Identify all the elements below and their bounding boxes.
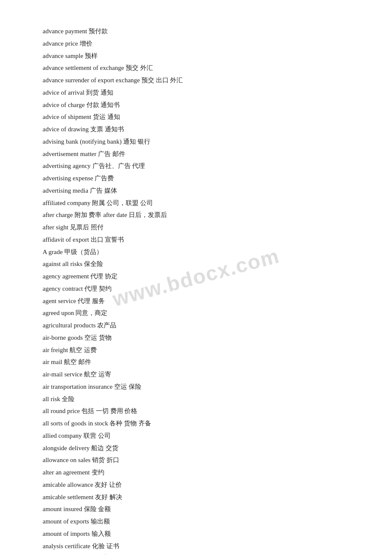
list-item: A grade 甲级（货品） [43, 246, 349, 258]
list-item: advance payment 预付款 [43, 26, 349, 38]
list-item: advance price 增价 [43, 38, 349, 50]
list-item: advice of shipment 货运 通知 [43, 111, 349, 123]
list-item: alongside delivery 船边 交货 [43, 442, 349, 454]
list-item: advertising expense 广告费 [43, 173, 349, 185]
list-item: after sight 见票后 照付 [43, 222, 349, 234]
list-item: air mail 航空 邮件 [43, 356, 349, 368]
list-item: all round price 包括 一切 费用 价格 [43, 405, 349, 417]
list-item: advising bank (notifying bank) 通知 银行 [43, 136, 349, 148]
list-item: advertising media 广告 媒体 [43, 185, 349, 197]
list-item: air-borne goods 空运 货物 [43, 332, 349, 344]
list-item: amount of exports 输出额 [43, 516, 349, 528]
list-item: analysis certificate 化验 证书 [43, 541, 349, 552]
list-item: air freight 航空 运费 [43, 344, 349, 356]
list-item: agricultural products 农产品 [43, 320, 349, 332]
list-item: advance settlement of exchange 预交 外汇 [43, 62, 349, 74]
content-area: advance payment 预付款advance price 增价advan… [43, 26, 349, 555]
list-item: agency contract 代理 契约 [43, 283, 349, 295]
list-item: advice of charge 付款 通知书 [43, 99, 349, 111]
list-item: all risk 全险 [43, 393, 349, 405]
list-item: against all risks 保全险 [43, 258, 349, 270]
list-item: amount insured 保险 金额 [43, 503, 349, 515]
list-item: advertisement matter 广告 邮件 [43, 148, 349, 160]
list-item: amicable settlement 友好 解决 [43, 491, 349, 503]
list-item: advice of arrival 到货 通知 [43, 87, 349, 99]
list-item: affiliated company 附属 公司，联盟 公司 [43, 197, 349, 209]
list-item: advice of drawing 支票 通知书 [43, 124, 349, 136]
list-item: after charge 附加 费率 after date 日后，发票后 [43, 209, 349, 221]
list-item: allowance on sales 销货 折口 [43, 454, 349, 466]
list-item: advertising agency 广告社、广告 代理 [43, 160, 349, 172]
list-item: all sorts of goods in stock 各种 货物 齐备 [43, 418, 349, 430]
list-item: air transportation insurance 空运 保险 [43, 381, 349, 393]
list-item: agency agreement 代理 协定 [43, 271, 349, 283]
list-item: alter an agreement 变约 [43, 467, 349, 479]
list-item: amicable allowance 友好 让价 [43, 479, 349, 491]
list-item: agreed upon 同意，商定 [43, 307, 349, 319]
list-item: analysis report 化验 报告 [43, 552, 349, 555]
list-item: agent service 代理 服务 [43, 295, 349, 307]
list-item: advance sample 预样 [43, 50, 349, 62]
list-item: advance surrender of export exchange 预交 … [43, 75, 349, 87]
list-item: allied company 联营 公司 [43, 430, 349, 442]
list-item: air-mail service 航空 运寄 [43, 369, 349, 381]
list-item: amount of imports 输入额 [43, 528, 349, 540]
list-item: affidavit of export 出口 宣誓书 [43, 234, 349, 246]
